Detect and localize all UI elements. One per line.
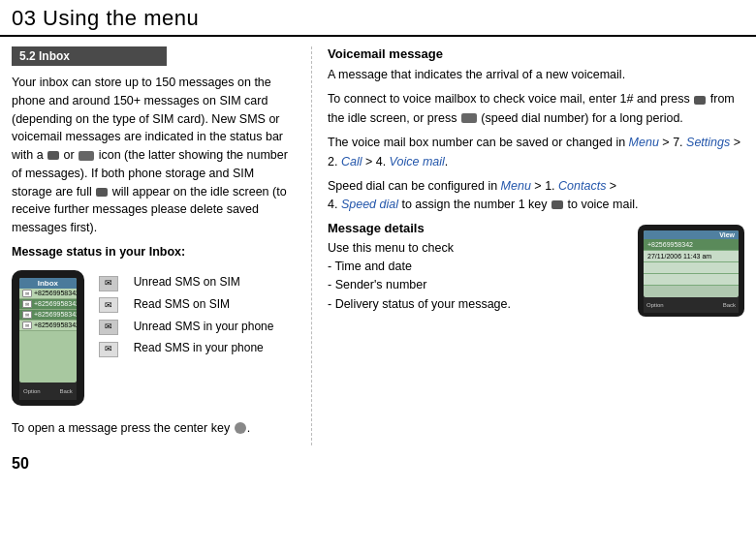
open-message-text: To open a message press the center key . — [12, 419, 298, 438]
icon-cell-1: ✉ — [96, 272, 129, 292]
icon-cell-4: ✉ — [96, 338, 129, 358]
sms-row-icon-3: ✉ — [22, 311, 32, 319]
phone-icon-para2b — [461, 113, 477, 123]
page-header: 03 Using the menu — [0, 0, 756, 37]
icon-label-3: Unread SMS in your phone — [131, 316, 296, 336]
center-key-icon — [235, 422, 246, 434]
inbox-back-label: Back — [59, 388, 72, 394]
icon-label-4: Read SMS in your phone — [131, 338, 296, 358]
inbox-phone-screen: Inbox ✉ +82569958342 ✉ +82569958342 ✉ +8… — [19, 278, 77, 383]
icon-legend-table: ✉ Unread SMS on SIM ✉ Read SMS on SIM ✉ … — [94, 270, 298, 360]
icon-legend-row-1: ✉ Unread SMS on SIM — [96, 272, 296, 292]
right-column: Voicemail message A message that indicat… — [312, 46, 744, 445]
section-title-box: 5.2 Inbox — [12, 46, 298, 74]
inbox-row-4: ✉ +82569958342 — [19, 321, 77, 331]
inbox-row-2: ✉ +82569958342 — [19, 299, 77, 310]
view-phone-bottom: Option Back — [644, 297, 739, 313]
contacts-link: Contacts — [558, 179, 606, 193]
voicemail-para3: The voice mail box number can be saved o… — [328, 134, 744, 171]
intro-paragraph: Your inbox can store up to 150 messages … — [12, 74, 298, 237]
icon-legend-row-4: ✉ Read SMS in your phone — [96, 338, 296, 358]
phone-icon-para4 — [551, 200, 563, 209]
sms-row-icon-4: ✉ — [22, 321, 32, 329]
chapter-title: 03 Using the menu — [12, 6, 744, 31]
voicemail-para1: A message that indicates the arrival of … — [328, 66, 744, 84]
call-link: Call — [341, 155, 362, 168]
view-phone-mockup: View +82569958342 27/11/2006 11:43 am Op… — [638, 225, 744, 317]
view-back-label: Back — [723, 302, 736, 308]
icon-cell-3: ✉ — [96, 316, 129, 336]
view-empty-row — [644, 262, 739, 274]
icon-legend-row-2: ✉ Read SMS on SIM — [96, 294, 296, 315]
voicemail-para4: Speed dial can be configured in Menu > 1… — [328, 177, 744, 215]
sms-row-icon-1: ✉ — [22, 290, 32, 297]
bottom-area: 50 — [0, 453, 756, 482]
full-icon-inline — [96, 188, 108, 197]
menu-link-1: Menu — [629, 136, 659, 149]
icon-label-1: Unread SMS on SIM — [131, 272, 296, 292]
left-column: 5.2 Inbox Your inbox can store up to 150… — [12, 46, 312, 445]
inbox-phone-mockup: Inbox ✉ +82569958342 ✉ +82569958342 ✉ +8… — [12, 270, 84, 406]
menu-link-2: Menu — [501, 179, 531, 193]
speeddial-link: Speed dial — [341, 198, 398, 211]
inbox-row-3: ✉ +82569958342 — [19, 310, 77, 321]
view-empty-row2 — [644, 274, 739, 286]
inbox-option-label: Option — [23, 388, 41, 394]
view-screen-title: View — [644, 230, 739, 239]
msg-details-section: View +82569958342 27/11/2006 11:43 am Op… — [328, 221, 744, 315]
unread-sms-phone-icon: ✉ — [99, 320, 118, 335]
inbox-row-1: ✉ +82569958342 — [19, 289, 77, 299]
page-number: 50 — [12, 455, 29, 473]
view-phone-screen: View +82569958342 27/11/2006 11:43 am — [644, 230, 739, 297]
phone-icon-para2a — [694, 96, 706, 105]
icon-cell-2: ✉ — [96, 294, 129, 315]
sms-row-icon-2: ✉ — [22, 300, 32, 308]
voicemail-link: Voice mail — [390, 155, 445, 168]
settings-link: Settings — [686, 136, 730, 149]
msg-status-heading: Message status in your Inbox: — [12, 245, 298, 259]
voicemail-para2: To connect to voice mailbox to check voi… — [328, 90, 744, 128]
view-number-row: +82569958342 — [644, 239, 739, 251]
inbox-phone-bottom: Option Back — [19, 383, 77, 400]
inbox-screen-title: Inbox — [19, 278, 77, 289]
unread-sms-sim-icon: ✉ — [99, 276, 118, 291]
view-option-label: Option — [646, 302, 664, 308]
section-label: 5.2 Inbox — [12, 46, 167, 66]
icon-legend-row-3: ✉ Unread SMS in your phone — [96, 316, 296, 336]
content-area: 5.2 Inbox Your inbox can store up to 150… — [0, 37, 756, 445]
sms-icon-inline — [47, 151, 59, 160]
voicemail-heading: Voicemail message — [328, 46, 744, 61]
icon-label-2: Read SMS on SIM — [131, 294, 296, 315]
read-sms-sim-icon: ✉ — [99, 297, 118, 313]
view-date-row: 27/11/2006 11:43 am — [644, 251, 739, 262]
read-sms-phone-icon: ✉ — [99, 342, 118, 357]
voicemail-icon-inline — [79, 151, 94, 161]
